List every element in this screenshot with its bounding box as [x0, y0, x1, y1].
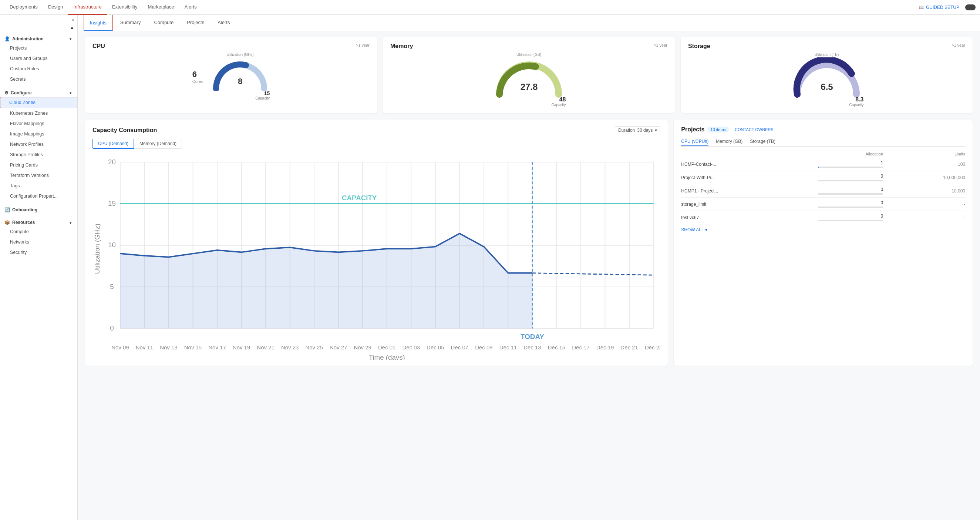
sidebar-group-onboarding[interactable]: 🔄 Onboarding	[0, 204, 77, 214]
nav-item-infrastructure[interactable]: Infrastructure	[68, 0, 107, 15]
sub-nav-insights[interactable]: Insights	[84, 15, 113, 31]
cpu-cores-value: 6	[192, 70, 197, 79]
cpu-capacity-text: Capacity	[255, 96, 270, 100]
memory-capacity-value: 48	[552, 96, 566, 103]
sidebar-item-users-groups[interactable]: Users and Groups	[0, 53, 77, 64]
dark-mode-toggle[interactable]	[965, 5, 975, 10]
sidebar-up-button[interactable]: ▲	[0, 25, 77, 32]
sub-nav-compute[interactable]: Compute	[148, 15, 180, 31]
onboarding-icon: 🔄	[5, 207, 10, 212]
duration-selector[interactable]: Duration 30 days ▾	[615, 126, 660, 134]
project-name-3: storage_limit	[681, 198, 818, 211]
sidebar-group-configure[interactable]: ⚙ Configure ▾	[0, 87, 77, 97]
sidebar-item-image-mappings[interactable]: Image Mappings	[0, 129, 77, 139]
cpu-gauge-card: CPU >1 year 6 Cores Utilization (GHz)	[85, 37, 377, 113]
project-limit-1: 10,000,000	[883, 171, 965, 184]
chevron-down-icon: ▾	[70, 37, 72, 41]
nav-item-design[interactable]: Design	[43, 0, 68, 15]
sidebar-item-projects[interactable]: Projects	[0, 43, 77, 53]
projects-title: Projects	[681, 126, 705, 133]
chart-tab-memory-demand[interactable]: Memory (Demand)	[134, 139, 182, 149]
chevron-down-icon-show-all: ▾	[705, 227, 707, 233]
memory-gauge-title: Memory	[390, 43, 413, 49]
svg-text:Nov 25: Nov 25	[305, 344, 323, 351]
svg-line-42	[532, 273, 654, 275]
projects-tab-storage[interactable]: Storage (TB)	[750, 137, 775, 146]
memory-capacity-text: Capacity	[552, 103, 566, 107]
svg-text:Nov 13: Nov 13	[160, 344, 177, 351]
project-alloc-3: 0	[818, 198, 883, 211]
nav-item-marketplace[interactable]: Marketplace	[143, 0, 180, 15]
sidebar-group-resources[interactable]: 📦 Resources ▾	[0, 217, 77, 227]
memory-gauge-header: Memory >1 year	[390, 43, 667, 49]
col-header-limits: Limits	[883, 150, 965, 158]
memory-gauge-svg: 27.8	[492, 57, 566, 98]
sidebar-item-flavor-mappings[interactable]: Flavor Mappings	[0, 118, 77, 129]
sub-nav-alerts[interactable]: Alerts	[212, 15, 235, 31]
sidebar-group-administration[interactable]: 👤 Administration ▾	[0, 33, 77, 43]
sidebar-item-compute[interactable]: Compute	[0, 227, 77, 237]
sidebar-item-networks[interactable]: Networks	[0, 237, 77, 247]
chevron-down-icon-duration: ▾	[655, 128, 657, 133]
storage-gauge-container: Utilization (TB) 6.5 8.3 Capacity	[688, 53, 965, 107]
sidebar-item-tags[interactable]: Tags	[0, 180, 77, 191]
items-badge: 13 items	[707, 127, 729, 132]
sidebar-item-config-properties[interactable]: Configuration Propert...	[0, 191, 77, 201]
collapse-icon: «	[72, 17, 74, 22]
resources-icon: 📦	[5, 220, 10, 225]
table-row: HCMP1 - Project... 0 10,000	[681, 184, 965, 198]
sidebar-item-storage-profiles[interactable]: Storage Profiles	[0, 150, 77, 160]
nav-item-extensibility[interactable]: Extensibility	[107, 0, 143, 15]
svg-text:Dec 01: Dec 01	[378, 344, 396, 351]
sub-nav-summary-label: Summary	[120, 20, 141, 25]
svg-text:10: 10	[108, 241, 116, 249]
nav-item-deployments[interactable]: Deployments	[5, 0, 43, 15]
capacity-title: Capacity Consumption	[92, 127, 157, 134]
chart-tab-cpu-demand[interactable]: CPU (Demand)	[92, 139, 134, 149]
capacity-chart-svg: 20 15 10 5 0 Utilization (GHz)	[92, 152, 660, 360]
svg-text:Utilization (GHz): Utilization (GHz)	[93, 223, 101, 274]
col-header-allocation: Allocation	[818, 150, 883, 158]
show-all-label: SHOW ALL	[681, 227, 704, 233]
sidebar-item-pricing-cards[interactable]: Pricing Cards	[0, 160, 77, 170]
sidebar-item-terraform-versions[interactable]: Terraform Versions	[0, 170, 77, 180]
projects-tab-memory[interactable]: Memory (GB)	[716, 137, 743, 146]
sidebar-group-resources-label: Resources	[12, 220, 35, 225]
sidebar-section-configure: ⚙ Configure ▾ Cloud Zones Kubernetes Zon…	[0, 86, 77, 203]
sub-nav-insights-label: Insights	[90, 20, 107, 26]
project-limit-0: 100	[883, 158, 965, 171]
memory-gauge-container: Utilization (GB) 27.8 48 Capacity	[390, 53, 667, 107]
svg-text:Dec 19: Dec 19	[597, 344, 614, 351]
duration-value: 30 days	[637, 128, 652, 133]
svg-text:Dec 05: Dec 05	[426, 344, 444, 351]
cpu-utilization-label: Utilization (GHz)	[210, 53, 270, 57]
cpu-gauge-period: >1 year	[356, 43, 369, 47]
cpu-gauge-svg-wrap: Utilization (GHz) 8	[210, 53, 270, 100]
storage-gauge-svg: 6.5	[790, 57, 864, 98]
sidebar-item-network-profiles[interactable]: Network Profiles	[0, 139, 77, 150]
sidebar-item-security[interactable]: Security	[0, 247, 77, 258]
chevron-down-icon-resources: ▾	[70, 220, 72, 225]
guided-setup-label: GUIDED SETUP	[926, 5, 959, 10]
sub-nav-projects[interactable]: Projects	[181, 15, 210, 31]
sidebar-section-onboarding: 🔄 Onboarding	[0, 203, 77, 215]
sidebar-collapse-button[interactable]: «	[0, 15, 77, 25]
contact-owners-button[interactable]: CONTACT OWNERS	[735, 127, 773, 132]
storage-utilization-label: Utilization (TB)	[790, 53, 864, 57]
projects-tab-cpu[interactable]: CPU (vCPUs)	[681, 137, 708, 146]
show-all-button[interactable]: SHOW ALL ▾	[681, 227, 965, 233]
cpu-gauge-header: CPU >1 year	[92, 43, 369, 49]
project-alloc-2: 0	[818, 184, 883, 198]
sidebar: « ▲ 👤 Administration ▾ Projects Users an…	[0, 15, 78, 520]
sidebar-item-custom-roles[interactable]: Custom Roles	[0, 64, 77, 74]
svg-text:Dec 17: Dec 17	[572, 344, 589, 351]
sub-nav-summary[interactable]: Summary	[114, 15, 147, 31]
top-nav: Deployments Design Infrastructure Extens…	[0, 0, 980, 15]
project-name-2: HCMP1 - Project...	[681, 184, 818, 198]
nav-item-alerts[interactable]: Alerts	[179, 0, 202, 15]
svg-marker-39	[120, 233, 532, 329]
sidebar-item-kubernetes-zones[interactable]: Kubernetes Zones	[0, 108, 77, 118]
guided-setup-button[interactable]: 📖 GUIDED SETUP	[919, 5, 959, 10]
sidebar-item-secrets[interactable]: Secrets	[0, 74, 77, 85]
sidebar-item-cloud-zones[interactable]: Cloud Zones	[0, 97, 77, 108]
